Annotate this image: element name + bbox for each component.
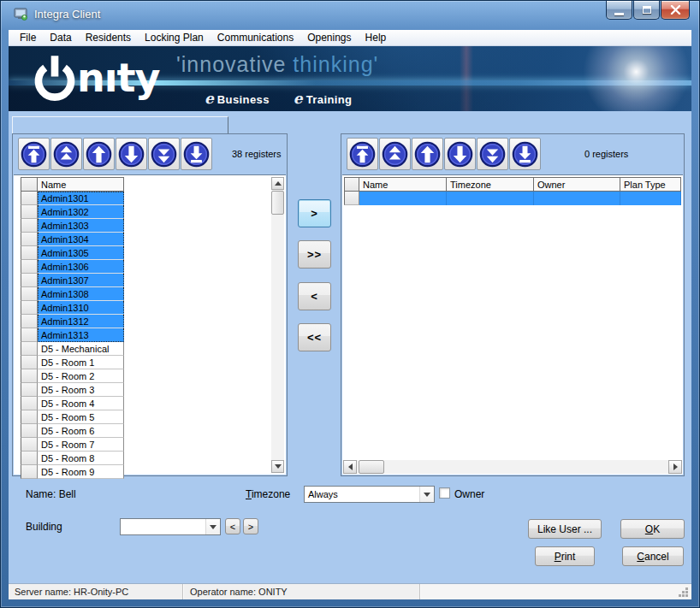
row-header-cell[interactable] [21, 342, 38, 356]
scroll-right-button[interactable] [668, 460, 682, 474]
row-header-cell[interactable] [21, 438, 38, 452]
name-cell[interactable]: Admin1303 [38, 219, 124, 233]
menu-item-data[interactable]: Data [43, 30, 78, 45]
name-cell[interactable]: Admin1313 [38, 328, 124, 342]
list-item[interactable]: Admin1302 [21, 205, 124, 219]
row-header-cell[interactable] [21, 246, 38, 260]
name-cell[interactable]: Admin1307 [38, 274, 124, 287]
list-item[interactable]: Admin1310 [21, 301, 124, 315]
building-dropdown-zone[interactable] [205, 519, 220, 534]
list-item[interactable]: D5 - Room 8 [21, 452, 124, 465]
titlebar[interactable]: Integra Client [1, 1, 699, 30]
list-item[interactable]: D5 - Room 5 [21, 410, 124, 424]
list-item[interactable]: D5 - Room 4 [21, 397, 124, 410]
nav-page-up-button[interactable] [50, 138, 82, 170]
row-header-cell[interactable] [21, 356, 38, 369]
scroll-thumb[interactable] [271, 191, 284, 215]
nav-up-button[interactable] [83, 138, 115, 170]
empty-tab[interactable] [12, 116, 228, 133]
close-button[interactable] [661, 1, 690, 20]
plan-type-cell[interactable] [620, 192, 681, 205]
name-cell[interactable]: D5 - Room 1 [38, 356, 124, 369]
minimize-button[interactable] [606, 1, 632, 20]
name-cell[interactable]: D5 - Room 6 [38, 424, 124, 438]
nav-up-button[interactable] [412, 138, 443, 170]
name-cell[interactable] [359, 192, 447, 205]
name-cell[interactable]: Admin1308 [38, 287, 124, 301]
menu-item-locking-plan[interactable]: Locking Plan [138, 30, 211, 45]
column-header-owner[interactable]: Owner [534, 177, 620, 192]
row-header-cell[interactable] [21, 452, 38, 465]
owner-checkbox[interactable] [439, 487, 450, 499]
nav-last-down-button[interactable] [509, 138, 541, 170]
scroll-down-button[interactable] [271, 460, 284, 473]
row-header-cell[interactable] [21, 369, 38, 383]
timezone-dropdown-zone[interactable] [419, 487, 434, 502]
like-user-button[interactable]: Like User ... [528, 519, 602, 539]
list-item[interactable]: Admin1307 [21, 274, 124, 287]
row-header-cell[interactable] [344, 192, 359, 205]
column-header-plan-type[interactable]: Plan Type [620, 177, 681, 192]
list-item[interactable]: D5 - Room 7 [21, 438, 124, 452]
name-cell[interactable]: D5 - Room 7 [38, 438, 124, 452]
timezone-cell[interactable] [447, 192, 534, 205]
row-header-cell[interactable] [21, 219, 38, 233]
list-item[interactable]: D5 - Room 2 [21, 369, 124, 383]
nav-first-up-button[interactable] [18, 138, 50, 170]
menu-item-communications[interactable]: Communications [211, 30, 300, 45]
name-cell[interactable]: D5 - Room 2 [38, 369, 124, 383]
list-item[interactable]: Admin1305 [21, 246, 124, 260]
list-item[interactable]: D5 - Room 3 [21, 383, 124, 397]
move-all-right-button[interactable]: >> [298, 240, 331, 269]
list-item[interactable]: Admin1308 [21, 287, 124, 301]
move-left-button[interactable]: < [298, 282, 331, 310]
row-header-cell[interactable] [21, 205, 38, 219]
row-header-cell[interactable] [21, 315, 38, 328]
list-item[interactable]: Admin1312 [21, 315, 124, 328]
nav-page-down-button[interactable] [477, 138, 508, 170]
scroll-left-button[interactable] [343, 460, 357, 474]
row-header-cell[interactable] [21, 397, 38, 410]
menu-item-openings[interactable]: Openings [300, 30, 358, 45]
name-cell[interactable]: Admin1304 [38, 233, 124, 246]
name-cell[interactable]: D5 - Room 8 [38, 452, 124, 465]
move-right-button[interactable]: > [298, 199, 331, 227]
resize-grip[interactable] [679, 587, 689, 597]
owner-cell[interactable] [534, 192, 620, 205]
nav-last-down-button[interactable] [181, 138, 212, 170]
row-header-cell[interactable] [21, 192, 38, 205]
move-all-left-button[interactable]: << [298, 323, 331, 351]
maximize-button[interactable] [633, 1, 660, 20]
name-cell[interactable]: Admin1306 [38, 260, 124, 274]
scroll-thumb[interactable] [359, 460, 384, 474]
right-horizontal-scrollbar[interactable] [343, 460, 682, 474]
target-selected-row[interactable] [344, 192, 681, 205]
row-header-cell[interactable] [21, 287, 38, 301]
name-cell[interactable]: Admin1302 [38, 205, 124, 219]
menu-item-help[interactable]: Help [359, 30, 394, 45]
column-header-name[interactable]: Name [359, 177, 447, 192]
row-header-cell[interactable] [21, 328, 38, 342]
column-header-name[interactable]: Name [38, 177, 124, 192]
list-item[interactable]: D5 - Room 6 [21, 424, 124, 438]
nav-page-up-button[interactable] [379, 138, 411, 170]
column-header-timezone[interactable]: Timezone [447, 177, 534, 192]
list-item[interactable]: Admin1313 [21, 328, 124, 342]
list-item[interactable]: Admin1304 [21, 233, 124, 246]
building-prev-button[interactable]: < [225, 518, 240, 534]
row-header-cell[interactable] [21, 465, 38, 479]
row-header-cell[interactable] [21, 274, 38, 287]
row-header-cell[interactable] [21, 410, 38, 424]
list-item[interactable]: D5 - Room 1 [21, 356, 124, 369]
timezone-select[interactable]: Always [304, 486, 435, 503]
row-header-cell[interactable] [21, 424, 38, 438]
name-cell[interactable]: D5 - Room 3 [38, 383, 124, 397]
building-select[interactable] [120, 518, 221, 535]
nav-down-button[interactable] [116, 138, 147, 170]
scroll-up-button[interactable] [271, 177, 284, 190]
ok-button[interactable]: OK [620, 519, 685, 539]
list-item[interactable]: Admin1303 [21, 219, 124, 233]
nav-page-down-button[interactable] [148, 138, 180, 170]
row-header-cell[interactable] [21, 383, 38, 397]
row-header-cell[interactable] [21, 233, 38, 246]
